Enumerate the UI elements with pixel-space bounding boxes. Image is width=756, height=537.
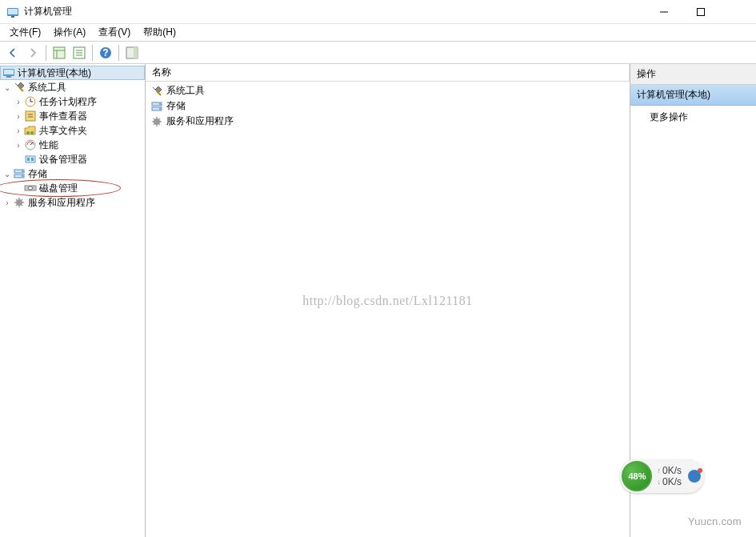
center-panel: 名称 系统工具 存储 服务和应用程序 http://blog.csdn.net/… xyxy=(146,64,630,537)
services-icon xyxy=(13,196,26,209)
tree-label: 性能 xyxy=(39,138,58,152)
tree-node-task-scheduler[interactable]: › 任务计划程序 xyxy=(0,94,145,109)
menubar: 文件(F) 操作(A) 查看(V) 帮助(H) xyxy=(0,24,756,42)
properties-button[interactable] xyxy=(70,43,89,62)
svg-rect-22 xyxy=(26,111,35,121)
minimize-button[interactable] xyxy=(646,0,682,24)
storage-icon xyxy=(150,100,163,113)
tree-label: 计算机管理(本地) xyxy=(18,66,91,80)
svg-point-41 xyxy=(159,103,161,105)
tools-icon xyxy=(13,81,26,94)
tree-node-event-viewer[interactable]: › 事件查看器 xyxy=(0,109,145,123)
tree-node-performance[interactable]: › 性能 xyxy=(0,138,145,152)
toolbar-separator xyxy=(92,45,93,61)
tools-icon xyxy=(150,85,163,98)
actions-context: 计算机管理(本地) xyxy=(630,85,756,106)
tree-node-disk-management[interactable]: 磁盘管理 xyxy=(0,181,145,195)
shared-folder-icon xyxy=(24,124,37,137)
tree-label: 存储 xyxy=(28,167,47,181)
watermark: http://blog.csdn.net/Lxl121181 xyxy=(302,294,473,308)
tree-label: 系统工具 xyxy=(28,81,66,94)
list-header: 名称 xyxy=(146,64,630,82)
expand-icon[interactable]: › xyxy=(13,141,24,150)
tree-label: 事件查看器 xyxy=(39,110,87,123)
tree-label: 任务计划程序 xyxy=(39,95,97,109)
svg-point-43 xyxy=(154,118,160,125)
svg-rect-4 xyxy=(698,8,705,15)
device-icon xyxy=(24,153,37,166)
app-icon xyxy=(6,6,19,18)
toolbar-separator xyxy=(46,45,46,61)
window-title: 计算机管理 xyxy=(24,5,646,18)
footer-watermark: Yuucn.com xyxy=(688,515,742,527)
toolbar-separator xyxy=(118,45,119,61)
svg-point-26 xyxy=(30,131,34,134)
svg-rect-30 xyxy=(27,158,30,161)
svg-point-38 xyxy=(16,199,22,206)
tree-label: 服务和应用程序 xyxy=(28,196,95,210)
column-header-name[interactable]: 名称 xyxy=(146,63,630,82)
net-speeds: ↑0K/s ↓0K/s xyxy=(652,465,686,487)
help-button[interactable]: ? xyxy=(96,43,115,62)
list-item-label: 存储 xyxy=(166,99,186,113)
expand-icon[interactable]: › xyxy=(2,198,13,207)
svg-rect-17 xyxy=(4,70,14,74)
svg-rect-1 xyxy=(8,9,18,14)
maximize-button[interactable] xyxy=(682,0,719,24)
expand-icon[interactable]: › xyxy=(13,126,24,135)
forward-button[interactable] xyxy=(23,43,42,62)
services-icon xyxy=(150,115,163,128)
disk-icon xyxy=(24,182,37,194)
svg-point-35 xyxy=(22,175,23,177)
actions-more[interactable]: 更多操作 xyxy=(630,106,756,129)
list-item-label: 服务和应用程序 xyxy=(166,114,234,128)
collapse-icon[interactable]: ⌄ xyxy=(2,83,13,92)
svg-point-42 xyxy=(159,108,161,110)
tree-node-system-tools[interactable]: ⌄ 系统工具 xyxy=(0,80,145,94)
menu-view[interactable]: 查看(V) xyxy=(92,24,137,41)
action-pane-button[interactable] xyxy=(122,43,142,62)
tree-label: 设备管理器 xyxy=(39,153,87,166)
svg-text:?: ? xyxy=(102,47,108,58)
menu-help[interactable]: 帮助(H) xyxy=(137,24,182,41)
tree-node-shared-folders[interactable]: › 共享文件夹 xyxy=(0,123,145,138)
tree-root-computer-management[interactable]: 计算机管理(本地) xyxy=(0,66,145,80)
svg-rect-29 xyxy=(26,156,35,162)
tree-label: 磁盘管理 xyxy=(39,182,78,195)
performance-icon xyxy=(24,138,37,151)
svg-rect-15 xyxy=(134,47,138,58)
back-button[interactable] xyxy=(3,43,22,62)
svg-rect-5 xyxy=(54,47,65,58)
widget-settings-icon[interactable] xyxy=(688,470,701,483)
window-controls xyxy=(646,0,756,24)
svg-point-34 xyxy=(22,170,23,172)
list-item-storage[interactable]: 存储 xyxy=(146,98,630,114)
svg-rect-2 xyxy=(11,16,14,18)
storage-icon xyxy=(13,167,26,180)
svg-rect-18 xyxy=(6,76,11,78)
tree-panel[interactable]: 计算机管理(本地) ⌄ 系统工具 › 任务计划程序 › 事件查看器 › 共享文件… xyxy=(0,64,146,537)
svg-point-37 xyxy=(28,186,33,190)
actions-header: 操作 xyxy=(630,64,756,85)
titlebar: 计算机管理 xyxy=(0,0,756,24)
expand-icon[interactable]: › xyxy=(13,112,24,121)
list-item-label: 系统工具 xyxy=(166,84,205,98)
toolbar: ? xyxy=(0,42,756,64)
list-item-services-apps[interactable]: 服务和应用程序 xyxy=(146,114,630,129)
list-body: 系统工具 存储 服务和应用程序 xyxy=(146,82,630,130)
show-console-tree-button[interactable] xyxy=(50,43,69,62)
menu-action[interactable]: 操作(A) xyxy=(47,24,92,41)
menu-file[interactable]: 文件(F) xyxy=(3,24,47,41)
tree-node-services-apps[interactable]: › 服务和应用程序 xyxy=(0,195,145,210)
up-arrow-icon: ↑ xyxy=(657,467,661,475)
network-monitor-widget[interactable]: 48% ↑0K/s ↓0K/s xyxy=(620,459,704,493)
svg-point-25 xyxy=(26,131,30,134)
upload-speed: ↑0K/s xyxy=(657,465,682,476)
tree-node-device-manager[interactable]: 设备管理器 xyxy=(0,152,145,166)
collapse-icon[interactable]: ⌄ xyxy=(2,170,13,178)
list-item-system-tools[interactable]: 系统工具 xyxy=(146,83,630,98)
expand-icon[interactable]: › xyxy=(13,98,24,106)
tree-label: 共享文件夹 xyxy=(39,124,87,138)
tree-node-storage[interactable]: ⌄ 存储 xyxy=(0,166,145,181)
download-speed: ↓0K/s xyxy=(657,476,682,487)
